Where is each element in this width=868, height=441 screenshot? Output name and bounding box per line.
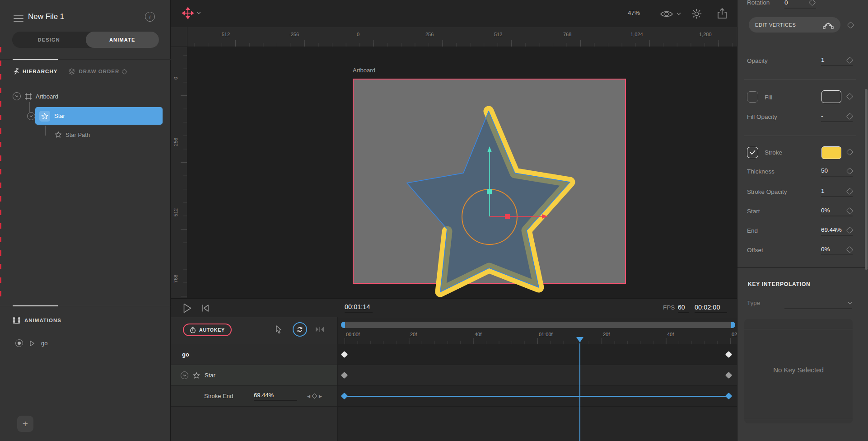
stage-toolbar: 47%	[171, 0, 737, 27]
next-key-icon[interactable]: ▶	[319, 394, 322, 399]
skip-to-start-button[interactable]	[201, 304, 210, 312]
panel-divider	[0, 306, 171, 306]
autokey-toggle[interactable]: AUTOKEY	[183, 324, 232, 336]
playhead-handle[interactable]	[576, 337, 583, 342]
left-sidebar: New File 1 i DESIGN ANIMATE HIERARCHY DR…	[0, 0, 171, 441]
visibility-eye-icon[interactable]	[660, 9, 673, 19]
section-divider	[737, 267, 868, 268]
play-button[interactable]	[183, 303, 192, 314]
keyframe-diamond[interactable]	[725, 393, 733, 400]
star-path-icon	[55, 131, 62, 138]
artboard[interactable]	[353, 79, 626, 284]
keyframe-diamond[interactable]	[725, 351, 733, 358]
keyframe-diamond[interactable]	[341, 372, 348, 379]
cursor-tool-icon[interactable]	[275, 325, 283, 334]
file-title: New File 1	[28, 12, 64, 21]
duration-value[interactable]: 00:02:00	[695, 304, 727, 313]
no-key-selected-text: No Key Selected	[744, 366, 853, 374]
settings-gear-icon[interactable]	[691, 8, 702, 19]
thickness-label: Thickness	[747, 168, 775, 175]
playhead-line[interactable]	[579, 343, 580, 441]
layers-icon	[68, 68, 75, 75]
tree-item-label: Star	[54, 113, 65, 119]
stroke-keyframe-diamond[interactable]	[846, 149, 854, 156]
play-small-icon[interactable]	[29, 340, 35, 347]
keyframe-diamond[interactable]	[725, 372, 733, 379]
edit-vertices-keyframe-diamond[interactable]	[847, 22, 854, 29]
ping-pong-icon[interactable]	[315, 326, 324, 333]
fill-checkbox[interactable]	[747, 91, 758, 103]
share-export-icon[interactable]	[717, 8, 728, 19]
artboard-icon	[24, 93, 32, 100]
menu-hamburger-icon[interactable]	[14, 14, 23, 23]
info-icon[interactable]: i	[145, 12, 155, 22]
tab-design[interactable]: DESIGN	[12, 32, 86, 48]
stroke-checkbox[interactable]	[747, 147, 758, 158]
prev-key-icon[interactable]: ◀	[307, 394, 310, 399]
ruler-horizontal: -512 -256 0 256 512 768 1,024 1,280	[187, 27, 737, 47]
artboard-label[interactable]: Artboard	[353, 67, 375, 74]
chevron-down-icon[interactable]	[13, 92, 21, 100]
inspector-panel: Rotation 0 ° EDIT VERTICES Opacity 1 Fil…	[737, 0, 868, 441]
fps-label: FPS	[663, 304, 675, 311]
add-key-diamond-icon[interactable]	[312, 393, 317, 399]
stroke-start-label: Start	[747, 208, 760, 215]
edit-vertices-button[interactable]: EDIT VERTICES	[749, 17, 840, 33]
timeline-range-scrubber[interactable]	[341, 322, 735, 328]
tree-item-star-selected[interactable]: Star	[35, 107, 163, 125]
visibility-chevron-down-icon[interactable]	[677, 12, 681, 15]
loop-toggle[interactable]	[293, 322, 307, 337]
animation-list-item[interactable]: go	[15, 339, 47, 347]
range-handle-left[interactable]	[341, 322, 345, 328]
tree-connector	[29, 102, 30, 112]
star-fill	[407, 111, 570, 292]
stroke-label: Stroke	[765, 149, 782, 156]
divider	[744, 79, 856, 80]
fill-color-swatch[interactable]	[821, 90, 841, 103]
ruler-corner	[171, 27, 187, 47]
gizmo-y-handle[interactable]	[487, 189, 492, 194]
tree-item-artboard[interactable]: Artboard	[13, 92, 58, 100]
chevron-down-icon[interactable]	[181, 371, 188, 379]
tab-hierarchy[interactable]: HIERARCHY	[13, 68, 57, 75]
keyframe-connector-line	[344, 396, 729, 397]
fill-label: Fill	[765, 94, 772, 101]
timeline-row-animation[interactable]: go	[171, 344, 737, 365]
tab-draw-order[interactable]: DRAW ORDER	[68, 68, 126, 75]
key-interpolation-header: KEY INTERPOLATION	[748, 281, 811, 287]
inspector-scrollbar[interactable]	[865, 89, 868, 270]
move-tool-icon[interactable]	[182, 7, 194, 19]
tool-chevron-down-icon[interactable]	[196, 11, 201, 14]
fill-keyframe-diamond[interactable]	[846, 93, 854, 100]
stage-canvas[interactable]: Artboard	[171, 27, 737, 298]
stroke-end-label: End	[747, 227, 758, 234]
animation-name: go	[41, 340, 47, 347]
keyframe-diamond[interactable]	[341, 351, 348, 358]
keyframe-controls: ◀ ▶	[307, 394, 322, 399]
fps-value[interactable]: 60	[678, 304, 689, 313]
stopwatch-icon	[190, 327, 196, 333]
keyframe-diamond[interactable]	[341, 393, 348, 400]
gizmo-x-handle[interactable]	[505, 214, 510, 219]
zoom-level[interactable]: 47%	[628, 9, 640, 16]
rotation-label: Rotation	[747, 0, 770, 6]
timeline-panel: AUTOKEY 00:00f 20f 40f 01:00f 20f 40f 02…	[171, 317, 737, 441]
mode-tabs: DESIGN ANIMATE	[12, 32, 159, 48]
current-time[interactable]: 00:01:14	[345, 303, 373, 313]
fill-opacity-label: Fill Opacity	[747, 113, 777, 120]
keyframe-diamond-icon	[121, 69, 127, 75]
add-animation-button[interactable]: +	[17, 416, 33, 432]
interpolation-type-select[interactable]	[784, 298, 852, 309]
radio-selected-icon[interactable]	[15, 339, 23, 347]
tab-animate[interactable]: ANIMATE	[86, 32, 159, 48]
timeline-row-stroke-end[interactable]: Stroke End 69.44% ◀ ▶	[171, 386, 737, 407]
divider	[744, 329, 853, 329]
stroke-color-swatch[interactable]	[821, 146, 841, 159]
chevron-down-icon[interactable]	[27, 112, 35, 120]
ruler-vertical: 0 256 512 768	[171, 47, 187, 298]
stroke-end-value-input[interactable]: 69.44%	[254, 392, 297, 401]
timeline-row-star[interactable]: Star	[171, 365, 737, 386]
tree-item-star-path[interactable]: Star Path	[55, 131, 90, 138]
star-shape[interactable]	[353, 79, 626, 298]
timeline-ruler[interactable]: 00:00f 20f 40f 01:00f 20f 40f 02	[337, 330, 737, 344]
